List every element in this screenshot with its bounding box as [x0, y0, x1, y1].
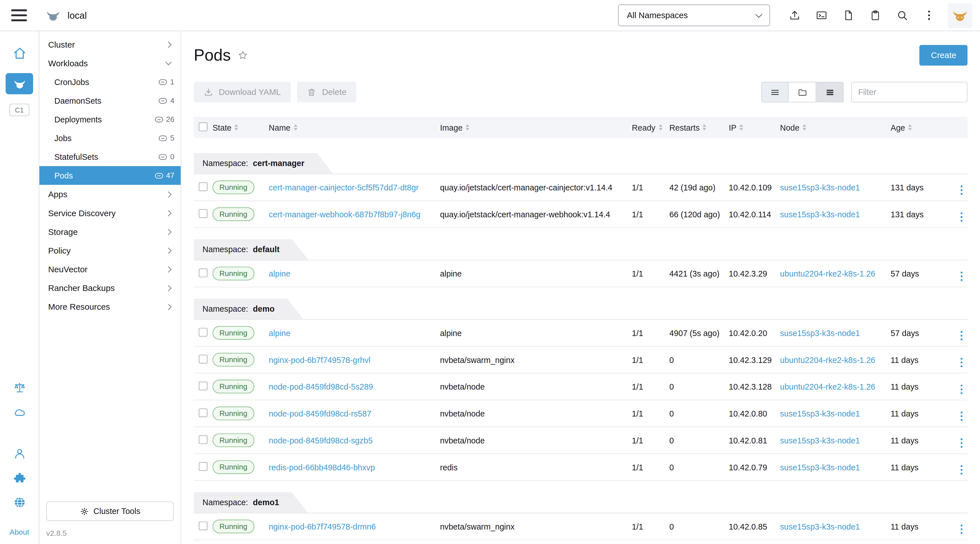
pod-age: 11 days — [891, 462, 950, 472]
sidebar-item-more-resources[interactable]: More Resources — [40, 297, 181, 316]
sidebar-item-pods[interactable]: Pods47 — [40, 166, 181, 185]
favorite-star-icon[interactable] — [238, 50, 248, 60]
node-link[interactable]: ubuntu2204-rke2-k8s-1.26 — [780, 382, 875, 391]
user-button[interactable] — [13, 447, 26, 460]
pod-name-link[interactable]: alpine — [269, 269, 290, 278]
column-header-state[interactable]: State — [212, 123, 269, 132]
node-link[interactable]: suse15sp3-k3s-node1 — [780, 183, 860, 192]
row-actions-button[interactable] — [955, 457, 967, 477]
sidebar-item-daemonsets[interactable]: DaemonSets4 — [40, 91, 181, 110]
count-icon — [159, 79, 167, 85]
group-by-namespace-button[interactable] — [789, 82, 816, 103]
row-actions-button[interactable] — [955, 263, 967, 283]
sidebar-item-apps[interactable]: Apps — [40, 185, 181, 203]
sidebar-item-rancher-backups[interactable]: Rancher Backups — [40, 279, 181, 297]
row-checkbox[interactable] — [199, 435, 208, 444]
sidebar-item-cluster[interactable]: Cluster — [40, 35, 181, 54]
home-button[interactable] — [12, 46, 27, 60]
sidebar-item-statefulsets[interactable]: StatefulSets0 — [40, 147, 181, 166]
count-icon — [159, 98, 167, 103]
column-header-ip[interactable]: IP — [729, 123, 780, 132]
pod-image: quay.io/jetstack/cert-manager-cainjector… — [440, 183, 632, 192]
sidebar-item-deployments[interactable]: Deployments26 — [40, 110, 181, 128]
pod-image: nvbeta/swarm_nginx — [440, 522, 632, 531]
node-link[interactable]: suse15sp3-k3s-node1 — [780, 522, 860, 531]
cluster-tools-button[interactable]: Cluster Tools — [46, 501, 174, 521]
copy-kubeconfig-button[interactable] — [864, 4, 886, 26]
main-menu-button[interactable] — [11, 10, 27, 21]
pod-name-link[interactable]: nginx-pod-6b7f749578-grhvl — [269, 355, 370, 364]
sidebar-item-jobs[interactable]: Jobs5 — [40, 128, 181, 147]
row-checkbox[interactable] — [199, 381, 208, 390]
row-actions-button[interactable] — [955, 430, 967, 450]
row-checkbox[interactable] — [199, 209, 208, 217]
row-actions-button[interactable] — [955, 350, 967, 370]
filter-input[interactable] — [851, 82, 967, 103]
pod-name-link[interactable]: node-pod-8459fd98cd-5s289 — [269, 382, 373, 391]
column-header-label: Image — [440, 123, 463, 132]
cloud-shortcut-button[interactable] — [13, 405, 26, 418]
row-actions-button[interactable] — [955, 204, 967, 224]
row-checkbox[interactable] — [199, 354, 208, 363]
row-actions-button[interactable] — [955, 323, 967, 343]
node-link[interactable]: suse15sp3-k3s-node1 — [780, 462, 860, 472]
row-checkbox[interactable] — [199, 328, 208, 336]
scale-icon — [13, 381, 26, 394]
delete-button[interactable]: Delete — [297, 82, 356, 103]
row-checkbox[interactable] — [199, 182, 208, 191]
row-actions-button[interactable] — [955, 377, 967, 397]
download-kubeconfig-button[interactable] — [837, 4, 859, 26]
flat-list-view-button[interactable] — [761, 82, 789, 103]
chevron-right-icon — [165, 41, 172, 48]
compact-rows-view-button[interactable] — [816, 82, 844, 103]
column-header-age[interactable]: Age — [891, 123, 950, 132]
row-checkbox[interactable] — [199, 462, 208, 471]
cluster-manager-button[interactable] — [6, 73, 33, 94]
extensions-button[interactable] — [13, 471, 26, 484]
pod-name-link[interactable]: node-pod-8459fd98cd-rs587 — [269, 409, 371, 418]
namespace-filter-select[interactable]: All Namespaces — [618, 4, 770, 26]
row-checkbox[interactable] — [199, 521, 208, 530]
state-badge: Running — [212, 433, 254, 447]
row-actions-button[interactable] — [955, 403, 967, 423]
row-actions-button[interactable] — [955, 517, 967, 536]
chevron-right-icon — [165, 303, 172, 310]
row-checkbox[interactable] — [199, 408, 208, 417]
pod-name-link[interactable]: alpine — [269, 328, 290, 338]
node-link[interactable]: suse15sp3-k3s-node1 — [780, 328, 860, 338]
kubectl-shell-button[interactable] — [811, 4, 832, 26]
sidebar-item-neuvector[interactable]: NeuVector — [40, 260, 181, 279]
pod-name-link[interactable]: redis-pod-66bb498d46-bhxvp — [269, 462, 375, 472]
select-all-checkbox[interactable] — [199, 122, 208, 131]
create-button[interactable]: Create — [920, 45, 967, 66]
column-header-node[interactable]: Node — [780, 123, 891, 132]
pod-name-link[interactable]: cert-manager-webhook-687b7f8b97-j8n6g — [269, 209, 420, 219]
sidebar-item-service-discovery[interactable]: Service Discovery — [40, 204, 181, 222]
sidebar-item-policy[interactable]: Policy — [40, 241, 181, 260]
node-link[interactable]: suse15sp3-k3s-node1 — [780, 209, 860, 219]
sidebar-item-storage[interactable]: Storage — [40, 222, 181, 241]
about-link[interactable]: About — [10, 528, 29, 536]
header-menu-button[interactable] — [918, 4, 940, 26]
sidebar-item-cronjobs[interactable]: CronJobs1 — [40, 73, 181, 91]
pod-name-link[interactable]: cert-manager-cainjector-5cf5f57dd7-dt8gr — [269, 183, 419, 192]
import-yaml-button[interactable] — [784, 4, 806, 26]
pod-name-link[interactable]: node-pod-8459fd98cd-sgzb5 — [269, 436, 372, 445]
column-header-restarts[interactable]: Restarts — [670, 123, 729, 132]
locale-button[interactable] — [13, 496, 26, 509]
node-link[interactable]: ubuntu2204-rke2-k8s-1.26 — [780, 269, 875, 278]
monitoring-shortcut-button[interactable] — [13, 381, 26, 394]
search-button[interactable] — [891, 4, 913, 26]
node-link[interactable]: suse15sp3-k3s-node1 — [780, 436, 860, 445]
sidebar-item-workloads[interactable]: Workloads — [40, 54, 181, 73]
row-actions-button[interactable] — [955, 178, 967, 197]
node-link[interactable]: suse15sp3-k3s-node1 — [780, 409, 860, 418]
column-header-name[interactable]: Name — [269, 123, 440, 132]
column-header-ready[interactable]: Ready — [632, 123, 669, 132]
download-yaml-button[interactable]: Download YAML — [194, 82, 291, 103]
column-header-image[interactable]: Image — [440, 123, 632, 132]
cluster-badge[interactable]: C1 — [10, 104, 30, 116]
row-checkbox[interactable] — [199, 268, 208, 277]
node-link[interactable]: ubuntu2204-rke2-k8s-1.26 — [780, 355, 875, 364]
pod-name-link[interactable]: nginx-pod-6b7f749578-drmn6 — [269, 522, 376, 531]
